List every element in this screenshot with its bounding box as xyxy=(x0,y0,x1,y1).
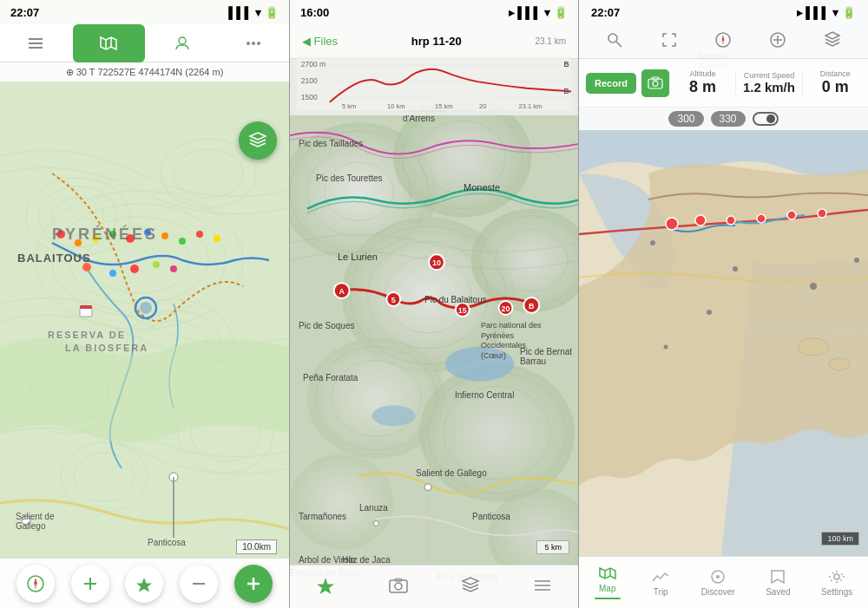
add-button[interactable] xyxy=(234,565,273,603)
svg-point-96 xyxy=(373,520,378,526)
svg-point-65 xyxy=(290,454,393,549)
svg-text:23.1 km: 23.1 km xyxy=(518,102,542,110)
time-3: 22:07 xyxy=(591,6,620,19)
distance-stat: Distance 0 m xyxy=(802,69,868,96)
time-1: 22:07 xyxy=(10,6,39,19)
speed-stat: Current Speed 1.2 km/h xyxy=(735,71,801,95)
camera-button[interactable] xyxy=(641,69,669,97)
search-button-3[interactable] xyxy=(606,31,623,52)
taillades-label: Pic des Taillades xyxy=(299,139,363,148)
svg-point-128 xyxy=(810,283,817,290)
scale-text-1: 10.0km xyxy=(242,542,271,552)
speed-value: 1.2 km/h xyxy=(743,80,795,95)
tab-discover[interactable]: Discover xyxy=(701,569,735,597)
scale-bar-1: 10.0km xyxy=(236,539,277,554)
camera-btn-2[interactable] xyxy=(381,569,416,605)
counter-val2[interactable]: 330 xyxy=(711,111,746,127)
toggle-switch[interactable] xyxy=(753,112,779,126)
layers-button[interactable] xyxy=(239,121,277,160)
svg-point-94 xyxy=(372,405,415,426)
coordinate-bar: ⊕ 30 T 722527E 4744174N (2264 m) xyxy=(0,62,289,82)
status-bar-3: 22:07 ▸ ▌▌▌ ▾ 🔋 xyxy=(579,0,868,24)
svg-text:20: 20 xyxy=(479,102,486,110)
svg-point-28 xyxy=(179,238,186,245)
layers-btn-2[interactable] xyxy=(454,569,487,605)
svg-point-122 xyxy=(787,211,796,219)
svg-text:A: A xyxy=(339,287,345,296)
svg-rect-37 xyxy=(80,305,92,309)
list-btn-2[interactable] xyxy=(526,569,559,605)
svg-point-34 xyxy=(153,261,160,268)
tab-trip-label: Trip xyxy=(654,587,668,597)
svg-text:1500: 1500 xyxy=(301,93,318,101)
svg-point-131 xyxy=(664,345,668,350)
svg-point-29 xyxy=(196,231,203,238)
tab-saved[interactable]: Saved xyxy=(766,569,790,597)
bottom-toolbar-2 xyxy=(290,565,578,608)
peña-label: Peña Foratata xyxy=(303,373,358,382)
svg-text:B: B xyxy=(529,302,535,311)
svg-marker-43 xyxy=(101,37,116,49)
distance-value: 0 m xyxy=(822,78,849,96)
bernat-label: Pic de BernatBarrau xyxy=(520,347,572,366)
panel-map-1: 22:07 ▌▌▌ ▾ 🔋 ⊕ 30 T 722527E 4744174N (2… xyxy=(0,0,289,608)
svg-point-112 xyxy=(395,583,402,590)
map-tab-button[interactable] xyxy=(73,24,144,62)
tab-map[interactable]: Map xyxy=(595,566,621,599)
svg-point-95 xyxy=(424,484,431,491)
time-2: 16:00 xyxy=(300,6,329,19)
svg-point-33 xyxy=(130,265,139,273)
tab-map-label: Map xyxy=(599,584,615,593)
svg-point-127 xyxy=(733,266,738,271)
files-back-button[interactable]: ◀ Files xyxy=(302,35,338,48)
svg-point-46 xyxy=(179,37,186,44)
svg-text:B: B xyxy=(563,87,569,95)
expand-button-3[interactable] xyxy=(661,31,678,52)
svg-text:2100: 2100 xyxy=(301,76,318,85)
tarmañones-label: Tarmañones xyxy=(299,512,346,521)
nav-distances: 23.1 km xyxy=(535,36,566,46)
altitude-label: Altitude xyxy=(690,69,716,78)
zoom-out-button[interactable] xyxy=(180,565,218,603)
profile-button[interactable] xyxy=(147,24,218,62)
compass-button-3[interactable] xyxy=(714,31,732,52)
lurien-label: Le Lurien xyxy=(338,252,378,262)
svg-point-121 xyxy=(757,214,766,223)
counter-val1[interactable]: 300 xyxy=(668,111,703,127)
plus-button-3[interactable] xyxy=(769,31,786,52)
svg-point-27 xyxy=(161,232,168,239)
svg-point-30 xyxy=(214,235,220,242)
tab-settings[interactable]: Settings xyxy=(821,569,852,597)
svg-text:B: B xyxy=(563,60,569,69)
balaitous2-label: Pic du Balaitous xyxy=(424,295,487,304)
record-button[interactable]: Record xyxy=(586,73,636,94)
svg-line-134 xyxy=(616,42,621,47)
location-btn-2[interactable] xyxy=(309,569,342,605)
more-button[interactable] xyxy=(218,24,289,62)
compass-button[interactable] xyxy=(16,565,55,603)
biosfera-label: LA BIOSFERA xyxy=(65,343,148,353)
svg-point-118 xyxy=(666,218,678,230)
svg-point-125 xyxy=(829,358,850,370)
infierno-label: Infierno Central xyxy=(455,390,514,400)
svg-point-142 xyxy=(653,81,658,86)
status-icons-1: ▌▌▌ ▾ 🔋 xyxy=(228,6,279,19)
svg-text:5: 5 xyxy=(391,296,396,304)
tourettes-label: Pic des Tourettes xyxy=(316,173,383,183)
location-button-1[interactable] xyxy=(125,565,163,603)
tab-trip[interactable]: Trip xyxy=(651,569,670,597)
layers-button-3[interactable] xyxy=(824,31,841,52)
svg-point-149 xyxy=(834,574,839,579)
altitude-value: 8 m xyxy=(689,78,716,96)
svg-point-49 xyxy=(257,42,260,45)
salient2-label: Salient de Gallego xyxy=(416,468,487,478)
svg-rect-36 xyxy=(80,308,92,317)
svg-point-48 xyxy=(252,42,255,45)
svg-point-123 xyxy=(818,209,826,218)
svg-point-64 xyxy=(419,364,575,502)
menu-button[interactable] xyxy=(0,24,71,62)
altitude-stat: Altitude 8 m xyxy=(669,69,735,96)
zoom-in-button[interactable] xyxy=(71,565,109,603)
toolbar-1 xyxy=(0,24,289,62)
tab-discover-label: Discover xyxy=(701,587,735,597)
